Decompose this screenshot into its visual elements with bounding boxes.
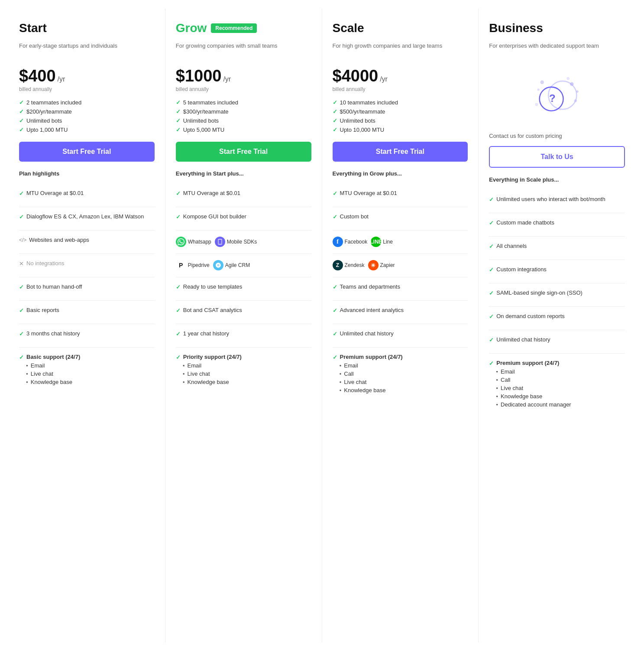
support-subitem-text: Live chat [31, 371, 53, 377]
feature-text: Teams and departments [340, 283, 400, 290]
feature-row-grow-3: PPipedriveAgile CRM [176, 254, 311, 277]
support-main-line: ✓Priority support (24/7) [176, 354, 242, 361]
check-icon: ✓ [176, 354, 181, 361]
support-subitem: ●Call [340, 371, 403, 377]
feature-item: ✓Unlimited bots [333, 117, 468, 124]
feature-row-business-7: ✓Premium support (24/7)●Email●Call●Live … [489, 354, 625, 416]
feature-text: 3 months chat history [26, 330, 80, 337]
check-icon: ✓ [176, 214, 181, 220]
cta-button-business[interactable]: Talk to Us [489, 146, 625, 168]
check-icon: ✓ [19, 108, 24, 115]
feature-text: Unlimited users who interact with bot/mo… [496, 196, 605, 202]
support-sublist: ●Email●Live chat●Knowledge base [19, 362, 80, 385]
integration-logos: fFacebookLINELine [333, 237, 393, 247]
logo-label-facebook: Facebook [345, 239, 368, 245]
logo-label-line: Line [383, 239, 393, 245]
price-amount-start: $400 [19, 67, 56, 85]
logo-icon-zapier: ✳ [368, 260, 379, 270]
integration-logos: ZZendesk✳Zapier [333, 260, 395, 270]
feature-text: Unlimited chat history [340, 330, 394, 337]
features-included-start: ✓2 teammates included✓$200/yr/teammate✓U… [19, 99, 155, 133]
support-subitem-text: Knowledge base [188, 379, 229, 385]
logo-label-zapier: Zapier [380, 262, 395, 268]
bullet-icon: ● [496, 386, 498, 390]
support-feature: ✓Premium support (24/7)●Email●Call●Live … [333, 354, 403, 395]
logo-icon-whatsapp [176, 237, 186, 247]
feature-text: 2 teammates included [26, 99, 81, 106]
support-subitem-text: Email [344, 362, 358, 369]
check-icon: ✓ [333, 284, 337, 290]
support-subitem: ●Email [26, 362, 80, 369]
feature-text: Ready to use templates [183, 283, 243, 290]
check-icon: ✓ [489, 196, 494, 203]
support-sublist: ●Email●Live chat●Knowledge base [176, 362, 242, 385]
feature-text: Bot to human hand-off [26, 283, 82, 290]
check-icon: ✓ [489, 220, 494, 226]
support-label: Basic support (24/7) [26, 354, 80, 360]
feature-row-business-2: ✓All channels [489, 237, 625, 260]
plan-col-start: StartFor early-stage startups and indivi… [9, 9, 165, 643]
check-icon: ✓ [19, 99, 24, 106]
section-label-scale: Everything in Grow plus... [333, 170, 468, 177]
feature-row-start-2: </>Websites and web-apps [19, 231, 155, 254]
check-icon: ✓ [19, 307, 24, 314]
feature-text: 5 teammates included [183, 99, 238, 106]
svg-point-9 [540, 80, 544, 84]
feature-text: Advanced intent analytics [340, 307, 404, 313]
feature-row-business-4: ✓SAML-based single sign-on (SSO) [489, 283, 625, 307]
price-amount-grow: $1000 [176, 67, 222, 85]
bullet-icon: ● [183, 364, 185, 367]
feature-text: 10 teammates included [340, 99, 398, 106]
support-main-line: ✓Basic support (24/7) [19, 354, 80, 361]
section-label-start: Plan highlights [19, 170, 155, 177]
feature-row-grow-2: WhatsappMobile SDKs [176, 231, 311, 254]
plan-name-business: Business [489, 21, 543, 35]
check-icon: ✓ [176, 331, 181, 337]
check-icon: ✓ [19, 284, 24, 290]
billed-scale: billed annually [333, 86, 468, 92]
feature-text: Unlimited bots [340, 117, 375, 124]
check-icon: ✓ [333, 331, 337, 337]
support-subitem: ●Email [496, 368, 571, 375]
check-icon: ✓ [19, 190, 24, 197]
support-subitem-text: Dedicated account manager [501, 401, 571, 408]
feature-row-scale-3: ZZendesk✳Zapier [333, 254, 468, 277]
price-period-scale: /yr [380, 75, 388, 83]
support-subitem-text: Live chat [188, 371, 210, 377]
plan-desc-start: For early-stage startups and individuals [19, 42, 155, 60]
logo-chip-mobile: Mobile SDKs [215, 237, 257, 247]
support-subitem-text: Knowledge base [501, 393, 542, 400]
feature-text: Unlimited chat history [496, 336, 550, 343]
check-icon: ✓ [176, 108, 181, 115]
feature-row-grow-4: ✓Ready to use templates [176, 277, 311, 301]
support-subitem: ●Live chat [26, 371, 80, 377]
plan-name-start: Start [19, 21, 47, 35]
feature-item: ✓10 teammates included [333, 99, 468, 106]
support-subitem: ●Knowledge base [340, 387, 403, 393]
logo-chip-whatsapp: Whatsapp [176, 237, 211, 247]
feature-text: MTU Overage at $0.01 [183, 190, 240, 196]
plan-desc-business: For enterprises with dedicated support t… [489, 42, 625, 60]
feature-text: MTU Overage at $0.01 [26, 190, 84, 196]
pricing-grid: StartFor early-stage startups and indivi… [0, 0, 644, 660]
cta-button-grow[interactable]: Start Free Trial [176, 142, 311, 162]
feature-row-scale-0: ✓MTU Overage at $0.01 [333, 184, 468, 207]
feature-item: ✓Upto 10,000 MTU [333, 127, 468, 133]
check-icon: ✓ [489, 243, 494, 250]
support-subitem: ●Live chat [496, 385, 571, 391]
logo-icon-zendesk: Z [333, 260, 343, 270]
logo-icon-facebook: f [333, 237, 343, 247]
plan-col-business: BusinessFor enterprises with dedicated s… [479, 9, 635, 643]
logo-icon-mobile [215, 237, 225, 247]
feature-row-grow-5: ✓Bot and CSAT analytics [176, 301, 311, 324]
feature-text: No integrations [26, 260, 64, 267]
integration-logos: PPipedriveAgile CRM [176, 260, 250, 270]
feature-row-business-3: ✓Custom integrations [489, 260, 625, 283]
feature-row-start-1: ✓Dialogflow ES & CX, Amazon Lex, IBM Wat… [19, 207, 155, 231]
price-amount-scale: $4000 [333, 67, 379, 85]
support-subitem-text: Knowledge base [344, 387, 385, 393]
cta-button-start[interactable]: Start Free Trial [19, 142, 155, 162]
cta-button-scale[interactable]: Start Free Trial [333, 142, 468, 162]
plan-price-start: $400/yr [19, 67, 155, 85]
billed-grow: billed annually [176, 86, 311, 92]
